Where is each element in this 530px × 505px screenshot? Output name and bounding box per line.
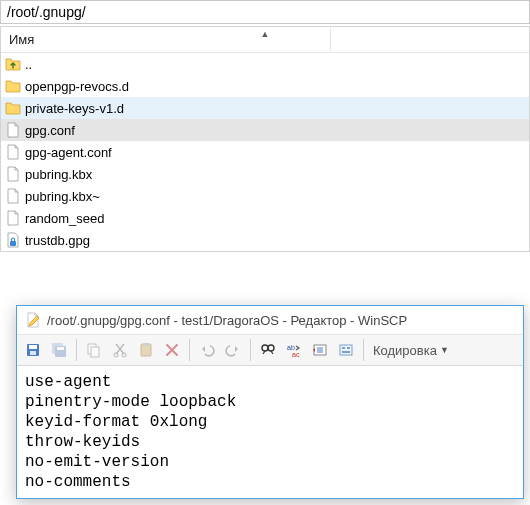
settings-button[interactable] [334, 338, 358, 362]
file-name: pubring.kbx [25, 167, 92, 182]
find-button[interactable] [256, 338, 280, 362]
file-row[interactable]: gpg-agent.conf [1, 141, 529, 163]
paste-button[interactable] [134, 338, 158, 362]
delete-button[interactable] [160, 338, 184, 362]
file-plain-icon [5, 188, 21, 204]
file-panel: Имя ▲ ..openpgp-revocs.dprivate-keys-v1.… [0, 26, 530, 252]
file-plain-icon [5, 210, 21, 226]
file-lock-icon [5, 232, 21, 248]
encoding-label: Кодировка [373, 343, 437, 358]
save-button[interactable] [21, 338, 45, 362]
replace-button[interactable]: abac [282, 338, 306, 362]
editor-window: /root/.gnupg/gpg.conf - test1/DragoraOS … [16, 305, 524, 499]
file-name: trustdb.gpg [25, 233, 90, 248]
sort-indicator-icon: ▲ [261, 29, 270, 39]
toolbar-separator [189, 339, 190, 361]
svg-rect-8 [91, 347, 99, 357]
toolbar-separator [250, 339, 251, 361]
svg-point-13 [262, 345, 268, 351]
editor-toolbar: abac Кодировка ▼ [17, 335, 523, 366]
file-row[interactable]: .. [1, 53, 529, 75]
file-plain-icon [5, 122, 21, 138]
file-name: random_seed [25, 211, 105, 226]
file-plain-icon [5, 144, 21, 160]
column-header-name[interactable]: Имя [1, 28, 331, 51]
editor-title-text: /root/.gnupg/gpg.conf - test1/DragoraOS … [47, 313, 407, 328]
column-header-name-label: Имя [9, 32, 34, 47]
chevron-down-icon: ▼ [440, 345, 449, 355]
file-row[interactable]: private-keys-v1.d [1, 97, 529, 119]
svg-rect-21 [342, 351, 350, 353]
folder-up-icon [5, 56, 21, 72]
file-name: pubring.kbx~ [25, 189, 100, 204]
goto-button[interactable] [308, 338, 332, 362]
file-name: gpg-agent.conf [25, 145, 112, 160]
copy-button[interactable] [82, 338, 106, 362]
file-name: private-keys-v1.d [25, 101, 124, 116]
svg-point-14 [268, 345, 274, 351]
file-row[interactable]: pubring.kbx [1, 163, 529, 185]
svg-rect-2 [29, 345, 37, 349]
toolbar-separator [76, 339, 77, 361]
svg-rect-19 [342, 347, 345, 349]
edit-file-icon [25, 312, 41, 328]
encoding-dropdown[interactable]: Кодировка ▼ [369, 343, 455, 358]
file-row[interactable]: trustdb.gpg [1, 229, 529, 251]
editor-titlebar[interactable]: /root/.gnupg/gpg.conf - test1/DragoraOS … [17, 306, 523, 335]
file-row[interactable]: pubring.kbx~ [1, 185, 529, 207]
save-all-button[interactable] [47, 338, 71, 362]
svg-text:ab: ab [287, 344, 295, 351]
file-row[interactable]: random_seed [1, 207, 529, 229]
svg-rect-20 [347, 347, 350, 349]
svg-text:ac: ac [292, 351, 300, 358]
file-plain-icon [5, 166, 21, 182]
column-header-row[interactable]: Имя ▲ [1, 27, 529, 53]
redo-button[interactable] [221, 338, 245, 362]
path-text: /root/.gnupg/ [7, 4, 86, 20]
file-name: .. [25, 57, 32, 72]
path-bar[interactable]: /root/.gnupg/ [0, 0, 530, 24]
file-name: gpg.conf [25, 123, 75, 138]
svg-rect-6 [57, 347, 64, 350]
file-list[interactable]: ..openpgp-revocs.dprivate-keys-v1.dgpg.c… [1, 53, 529, 251]
toolbar-separator [363, 339, 364, 361]
svg-rect-12 [144, 343, 148, 346]
folder-yellow-icon [5, 78, 21, 94]
file-row[interactable]: openpgp-revocs.d [1, 75, 529, 97]
file-row[interactable]: gpg.conf [1, 119, 529, 141]
svg-rect-3 [30, 351, 36, 355]
file-name: openpgp-revocs.d [25, 79, 129, 94]
undo-button[interactable] [195, 338, 219, 362]
svg-rect-18 [340, 345, 352, 355]
editor-textarea[interactable]: use-agent pinentry-mode loopback keyid-f… [17, 366, 523, 498]
cut-button[interactable] [108, 338, 132, 362]
folder-yellow-icon [5, 100, 21, 116]
